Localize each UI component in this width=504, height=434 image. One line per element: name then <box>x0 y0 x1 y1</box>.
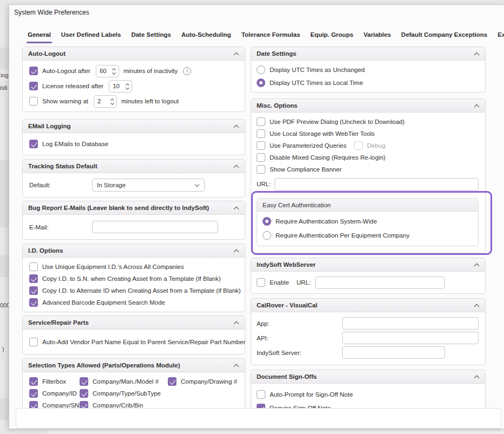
copy-id-to-altid-checkbox[interactable] <box>29 286 38 295</box>
tab-variables[interactable]: Variables <box>363 29 392 44</box>
spinner-up-icon[interactable] <box>112 68 116 70</box>
auto-prompt-signoff-checkbox[interactable] <box>257 390 265 399</box>
spinner-value-input[interactable] <box>96 65 110 77</box>
chevron-up-icon[interactable] <box>474 303 480 308</box>
debug-checkbox[interactable] <box>354 141 363 150</box>
log-emails-row: Log EMails to Database <box>29 137 238 151</box>
require-auth-systemwide-radio[interactable] <box>263 217 271 226</box>
auto-add-vendor-part-label: Auto-Add Vendor Part Name Equal to Paren… <box>42 339 245 345</box>
calrover-app-input[interactable] <box>342 317 479 330</box>
advanced-barcode-checkbox[interactable] <box>29 298 38 307</box>
panel-title: EMail Logging <box>28 123 71 129</box>
parameterized-queries-checkbox[interactable] <box>257 141 265 150</box>
webserver-enable-checkbox[interactable] <box>257 278 265 287</box>
chevron-up-icon[interactable] <box>233 51 239 57</box>
panel-header: Bug Report E-Mails (Leave blank to send … <box>23 201 245 215</box>
panel-header: IndySoft WebServer <box>251 258 485 272</box>
copy-id-to-altid-row: Copy I.D. to Alternate ID when Creating … <box>29 285 238 297</box>
tab-default-company-exceptions[interactable]: Default Company Exceptions <box>400 29 488 44</box>
filterbox-checkbox[interactable] <box>29 377 38 386</box>
calrover-app-row: App: <box>257 316 479 331</box>
bug-report-email-input[interactable] <box>92 221 218 233</box>
tab-user-defined-labels[interactable]: User Defined Labels <box>60 29 122 44</box>
spinner-down-icon[interactable] <box>112 72 116 74</box>
compliance-banner-checkbox[interactable] <box>257 165 265 174</box>
subpanel-header: Easy Cert Authentication <box>257 199 478 212</box>
utc-unchanged-radio[interactable] <box>257 65 265 74</box>
spinner-up-icon[interactable] <box>110 98 115 101</box>
spinner-down-icon[interactable] <box>126 87 130 89</box>
chevron-up-icon[interactable] <box>233 363 239 369</box>
panel-title: CalRover - VisualCal <box>257 302 317 308</box>
unique-id-checkbox[interactable] <box>29 262 38 271</box>
background-block <box>0 398 9 420</box>
pdf-preview-checkbox[interactable] <box>257 117 265 126</box>
panel-date-settings: Date Settings Display UTC Times as Uncha… <box>251 47 486 93</box>
url-label: URL: <box>257 181 271 187</box>
company-type-subtype-checkbox[interactable] <box>80 389 88 398</box>
chevron-up-icon[interactable] <box>474 262 480 268</box>
tab-general[interactable]: General <box>27 29 52 44</box>
calrover-server-input[interactable] <box>342 346 445 359</box>
minutes-of-inactivity-label: minutes of inactivity <box>123 68 178 74</box>
auto-prompt-signoff-label: Auto-Prompt for Sign-Off Note <box>270 391 353 398</box>
company-id-checkbox[interactable] <box>29 389 38 398</box>
copy-id-to-sn-label: Copy I.D. to S.N. when Creating Asset fr… <box>42 275 221 282</box>
license-released-label: License released after <box>42 83 103 89</box>
auto-add-vendor-part-checkbox[interactable] <box>29 338 38 346</box>
tab-extended-attributes[interactable]: Extended Att <box>496 29 504 44</box>
spinner-down-icon[interactable] <box>110 102 115 104</box>
utc-local-label: Display UTC Times as Local Time <box>270 80 363 86</box>
tab-auto-scheduling[interactable]: Auto-Scheduling <box>180 29 232 44</box>
tab-equip-groups[interactable]: Equip. Groups <box>309 29 354 44</box>
license-released-spinner[interactable] <box>109 80 132 93</box>
panel-header: Document Sign-Offs <box>251 370 485 384</box>
pdf-preview-label: Use PDF Preview Dialog (Uncheck to Downl… <box>270 119 404 125</box>
show-warning-checkbox[interactable] <box>29 97 38 106</box>
calrover-api-input[interactable] <box>342 332 479 344</box>
warning-minutes-spinner[interactable] <box>94 95 117 108</box>
pdf-preview-row: Use PDF Preview Dialog (Uncheck to Downl… <box>257 116 479 128</box>
require-auth-per-company-radio[interactable] <box>263 231 271 240</box>
chevron-up-icon[interactable] <box>233 320 239 326</box>
misc-url-input[interactable] <box>274 178 479 190</box>
chevron-up-icon[interactable] <box>233 248 239 254</box>
webserver-url-input[interactable] <box>315 277 445 289</box>
log-emails-checkbox[interactable] <box>29 140 38 148</box>
require-auth-per-company-label: Require Authentication Per Equipment Com… <box>276 232 409 239</box>
bug-report-email-row: E-Mail: <box>29 221 238 233</box>
company-man-model-checkbox[interactable] <box>80 377 88 386</box>
mixed-casing-row: Disable Mixed Casing (Requires Re-login) <box>257 152 479 163</box>
tracking-status-select[interactable]: In Storage <box>92 179 205 192</box>
tab-tolerance-formulas[interactable]: Tolerance Formulas <box>240 29 301 44</box>
spinner-buttons[interactable] <box>123 81 132 92</box>
utc-local-row: Display UTC Times as Local Time <box>257 76 479 89</box>
panel-tracking-status-default: Tracking Status Default Default: In Stor… <box>22 159 245 198</box>
company-drawing-checkbox[interactable] <box>168 377 176 386</box>
chevron-up-icon[interactable] <box>474 51 480 57</box>
chevron-up-icon[interactable] <box>474 374 480 380</box>
background-window-edge <box>48 430 504 434</box>
spinner-buttons[interactable] <box>110 65 119 77</box>
tab-date-settings[interactable]: Date Settings <box>130 29 172 44</box>
copy-id-to-sn-checkbox[interactable] <box>29 274 38 283</box>
company-type-subtype-row: Company/Type/SubType <box>80 387 168 399</box>
local-storage-checkbox[interactable] <box>257 129 265 138</box>
mixed-casing-checkbox[interactable] <box>257 153 265 162</box>
spinner-up-icon[interactable] <box>126 83 130 86</box>
spinner-value-input[interactable] <box>109 81 123 92</box>
chevron-up-icon[interactable] <box>233 123 239 129</box>
panel-title: Document Sign-Offs <box>257 373 317 380</box>
auto-logout-after-checkbox[interactable] <box>29 67 38 75</box>
info-icon[interactable]: i <box>183 67 191 75</box>
license-released-checkbox[interactable] <box>29 82 38 90</box>
chevron-up-icon[interactable] <box>233 163 239 169</box>
utc-local-radio[interactable] <box>257 78 265 87</box>
require-auth-systemwide-row: Require Authentication System-Wide <box>263 214 472 228</box>
inactivity-minutes-spinner[interactable] <box>96 65 119 77</box>
spinner-buttons[interactable] <box>108 96 116 107</box>
panel-title: IndySoft WebServer <box>257 261 316 268</box>
chevron-up-icon[interactable] <box>233 205 239 211</box>
spinner-value-input[interactable] <box>94 96 108 107</box>
chevron-up-icon[interactable] <box>474 103 480 109</box>
